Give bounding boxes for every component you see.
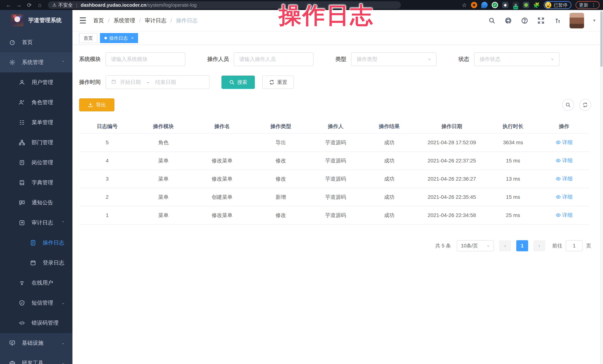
sidebar-item-login-log[interactable]: 登录日志 [0, 253, 72, 273]
sidebar-item-department-management[interactable]: 部门管理 [0, 132, 72, 153]
sidebar-item-user-management[interactable]: 用户管理 [0, 72, 72, 92]
detail-link[interactable]: 详细 [556, 193, 573, 200]
sidebar-item-notice-announcement[interactable]: 通知公告 [0, 193, 72, 213]
sidebar-item-post-management[interactable]: 岗位管理 [0, 153, 72, 173]
sidebar-item-audit-log[interactable]: 审计日志 ⌃ [0, 213, 72, 233]
search-button[interactable]: 搜索 [221, 76, 255, 89]
goto-label: 前往 [552, 243, 562, 249]
refresh-table-button[interactable] [579, 99, 591, 111]
detail-link[interactable]: 详细 [556, 157, 573, 164]
breadcrumb: 首页 / 系统管理 / 审计日志 / 操作日志 [93, 17, 197, 24]
github-icon[interactable] [504, 17, 512, 25]
page-size-select[interactable]: 10条/页 ∨ [457, 240, 494, 251]
extension-pin-icon[interactable] [481, 2, 488, 8]
table-row: 3 菜单 修改菜单 修改 芋道源码 成功 2021-04-26 22:36:27… [79, 170, 590, 188]
sidebar-item-home[interactable]: 首页 [0, 32, 72, 52]
sidebar-item-online-users[interactable]: 在线用户 [0, 273, 72, 293]
browser-home-icon[interactable]: ⌂ [35, 2, 45, 8]
extension-switch-icon[interactable]: ≡on [512, 2, 519, 8]
chevron-down-icon: ∨ [487, 244, 490, 248]
detail-link[interactable]: 详细 [556, 212, 573, 219]
module-label: 系统模块 [79, 55, 101, 63]
sidebar-item-menu-management[interactable]: 菜单管理 [0, 112, 72, 132]
profile-paused-badge[interactable]: 已暂停 [544, 1, 571, 9]
browser-menu-icon[interactable]: ⋮ [591, 2, 596, 8]
table-row: 5 角色 导出 芋道源码 成功 2021-04-28 17:52:09 3634… [79, 134, 590, 152]
sidebar-item-dev-tools[interactable]: 研发工具 ⌄ [0, 353, 72, 364]
window-scrollbar[interactable] [600, 10, 603, 364]
toggle-search-button[interactable] [562, 99, 574, 111]
announcement-icon [19, 199, 25, 206]
screen: ← → ⟳ ⌂ ⚠ 不安全 | dashboard.yudao.iocoder.… [0, 0, 603, 364]
code-icon [19, 320, 25, 326]
page-unit-label: 页 [586, 243, 591, 249]
extension-green-icon[interactable]: ✓ [492, 2, 498, 8]
user-avatar[interactable] [569, 13, 584, 28]
site-warning[interactable]: ⚠ 不安全 [52, 2, 73, 8]
status-select[interactable]: 操作状态 ∨ [474, 52, 559, 66]
sidebar-item-sms-management[interactable]: 短信管理 ⌄ [0, 293, 72, 313]
help-icon[interactable] [521, 17, 529, 25]
app-logo[interactable]: 芋道管理系统 [0, 10, 72, 31]
operator-label: 操作人员 [207, 55, 229, 63]
page-number-1[interactable]: 1 [516, 240, 528, 251]
briefcase-icon [9, 360, 16, 364]
sidebar-item-dict-management[interactable]: 字典管理 [0, 173, 72, 193]
operate-log-icon [30, 240, 36, 246]
avatar-caret-down-icon[interactable]: ▼ [592, 18, 596, 23]
operator-input[interactable]: 请输入操作人员 [234, 52, 313, 66]
extensions-puzzle-icon[interactable]: 🧩 [533, 2, 540, 8]
next-page-button[interactable]: › [533, 240, 545, 251]
scrollbar-thumb[interactable] [600, 11, 603, 67]
system-management-submenu: 用户管理 角色管理 菜单管理 部门管理 岗位管理 [0, 72, 72, 333]
extension-orange-icon[interactable] [471, 2, 477, 8]
detail-link[interactable]: 详细 [556, 175, 573, 182]
module-input[interactable]: 请输入系统模块 [105, 52, 186, 66]
bookmark-star-icon[interactable]: ☆ [462, 2, 467, 8]
filter-row-1: 系统模块 请输入系统模块 操作人员 请输入操作人员 类型 操作类型 ∨ 状态 操… [79, 52, 591, 66]
sidebar-item-operate-log[interactable]: 操作日志 [0, 233, 72, 253]
extension-blue-icon[interactable]: ◆ [502, 2, 509, 8]
sidebar-toggle-icon[interactable]: ☰ [79, 17, 86, 25]
browser-forward-icon[interactable]: → [14, 2, 24, 8]
fullscreen-icon[interactable] [537, 17, 545, 25]
gear-icon [9, 59, 16, 66]
date-range-picker[interactable]: 开始日期 - 结束日期 [105, 75, 209, 89]
prev-page-button[interactable]: ‹ [499, 240, 511, 251]
tags-view-bar: 首页 操作日志 × [72, 32, 603, 45]
type-select[interactable]: 操作类型 ∨ [351, 52, 437, 66]
col-result: 操作结果 [362, 123, 416, 130]
sidebar-item-infrastructure[interactable]: 基础设施 ⌄ [0, 333, 72, 353]
font-size-icon[interactable] [553, 17, 561, 25]
browser-refresh-icon[interactable]: ⟳ [24, 2, 35, 8]
update-label: 更新 [579, 2, 588, 8]
browser-back-icon[interactable]: ← [3, 2, 14, 8]
main-content: 系统模块 请输入系统模块 操作人员 请输入操作人员 类型 操作类型 ∨ 状态 操… [72, 45, 600, 364]
extension-leaf-icon[interactable] [523, 2, 529, 8]
range-separator: - [147, 79, 149, 85]
breadcrumb-audit-log[interactable]: 审计日志 [145, 17, 166, 24]
sidebar-item-role-management[interactable]: 角色管理 [0, 92, 72, 112]
browser-update-button[interactable]: 更新 ⋮ [576, 1, 600, 9]
export-button[interactable]: 导出 [79, 98, 115, 111]
url-separator: | [76, 2, 78, 8]
warning-triangle-icon: ⚠ [52, 2, 57, 8]
chevron-up-icon: ⌃ [61, 60, 65, 64]
user-icon [19, 79, 25, 86]
goto-page-input[interactable] [566, 240, 583, 251]
sidebar-item-system-management[interactable]: 系统管理 ⌃ [0, 52, 72, 72]
shield-icon [19, 300, 25, 306]
sidebar-item-error-code-management[interactable]: 错误码管理 [0, 313, 72, 333]
table-mini-buttons [562, 99, 591, 111]
reset-button[interactable]: 重置 [262, 76, 294, 89]
table-toolbar: 导出 [79, 98, 591, 111]
tab-home[interactable]: 首页 [79, 33, 97, 43]
breadcrumb-system[interactable]: 系统管理 [114, 17, 135, 24]
breadcrumb-home[interactable]: 首页 [93, 17, 104, 24]
warning-label: 不安全 [58, 2, 73, 8]
detail-link[interactable]: 详细 [556, 139, 573, 146]
search-icon[interactable] [488, 17, 496, 25]
chevron-down-icon: ⌄ [61, 301, 65, 305]
tab-close-icon[interactable]: × [131, 36, 134, 41]
tab-operate-log[interactable]: 操作日志 × [100, 33, 138, 43]
